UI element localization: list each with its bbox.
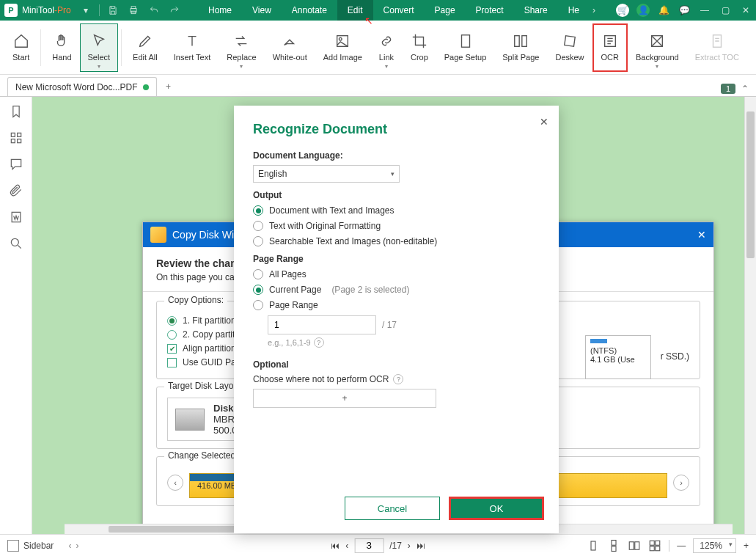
- optional-desc: Choose where not to perform OCR?: [253, 374, 540, 384]
- menu-edit[interactable]: Edit: [337, 0, 373, 21]
- output-option-searchable[interactable]: Searchable Text and Images (non-editable…: [253, 236, 540, 246]
- vertical-scrollbar[interactable]: [744, 97, 756, 534]
- copy-options-legend: Copy Options:: [164, 295, 227, 305]
- svg-rect-20: [612, 546, 616, 551]
- replace-button[interactable]: Replace▾: [219, 23, 264, 72]
- comments-icon[interactable]: [9, 157, 23, 172]
- page-total: /17: [389, 541, 402, 551]
- prev-page-icon[interactable]: ‹: [345, 541, 348, 551]
- save-icon[interactable]: [104, 1, 122, 19]
- hand-button[interactable]: Hand: [44, 23, 79, 72]
- next-page-icon[interactable]: ›: [408, 541, 411, 551]
- zoom-in-icon[interactable]: +: [744, 541, 749, 551]
- maximize-icon[interactable]: ▢: [715, 0, 735, 21]
- minimize-icon[interactable]: —: [694, 0, 715, 21]
- view-single-icon[interactable]: [587, 539, 600, 552]
- tab-dropdown-icon[interactable]: ⌃: [741, 84, 749, 94]
- view-grid-icon[interactable]: [648, 539, 661, 552]
- separator: [669, 540, 669, 552]
- svg-rect-13: [17, 133, 21, 136]
- cancel-button[interactable]: Cancel: [345, 497, 440, 520]
- menu-share[interactable]: Share: [514, 0, 558, 21]
- scroll-left-button[interactable]: ‹: [167, 475, 183, 491]
- menu-page[interactable]: Page: [425, 0, 466, 21]
- menu-more-icon[interactable]: ›: [590, 5, 598, 15]
- separator: [99, 4, 100, 16]
- range-current-page[interactable]: Current Page(Page 2 is selected): [253, 285, 540, 295]
- output-option-document[interactable]: Document with Text and Images: [253, 205, 540, 216]
- language-select[interactable]: English: [253, 165, 400, 183]
- menu-view[interactable]: View: [242, 0, 282, 21]
- menu-annotate[interactable]: Annotate: [282, 0, 337, 21]
- separator: [40, 29, 41, 66]
- cart-icon[interactable]: 🛒: [612, 0, 633, 21]
- view-facing-icon[interactable]: [628, 539, 641, 552]
- left-rail: [0, 97, 32, 534]
- close-icon[interactable]: ✕: [735, 0, 756, 21]
- deskew-button[interactable]: Deskew: [547, 23, 592, 72]
- thumbnails-icon[interactable]: [9, 131, 23, 145]
- undo-icon[interactable]: [145, 1, 163, 19]
- page-range-input[interactable]: [268, 315, 376, 334]
- range-all-pages[interactable]: All Pages: [253, 269, 540, 279]
- output-option-text[interactable]: Text with Original Formatting: [253, 221, 540, 231]
- attachments-icon[interactable]: [9, 183, 23, 198]
- target-disk-legend: Target Disk Layou: [164, 381, 242, 391]
- sidebar-toggle-icon[interactable]: [7, 540, 19, 552]
- ocr-button[interactable]: OCR: [592, 23, 628, 72]
- extract-button: Extract TOC: [687, 23, 747, 72]
- user-icon[interactable]: 👤: [633, 0, 653, 21]
- pagesetup-button[interactable]: Page Setup: [436, 23, 495, 72]
- word-icon[interactable]: [9, 210, 23, 224]
- page-number-input[interactable]: [354, 538, 383, 553]
- svg-rect-21: [630, 541, 634, 549]
- menu-convert[interactable]: Convert: [373, 0, 425, 21]
- chat-icon[interactable]: 💬: [674, 0, 694, 21]
- help-icon[interactable]: ?: [314, 337, 324, 348]
- ssd-text: r SSD.): [661, 351, 689, 362]
- zoom-out-icon[interactable]: —: [677, 541, 686, 551]
- crop-button[interactable]: Crop: [403, 23, 436, 72]
- background-button[interactable]: Background▾: [628, 23, 687, 72]
- editall-button[interactable]: Edit All: [125, 23, 166, 72]
- whiteout-button[interactable]: White-out: [265, 23, 315, 72]
- add-exclusion-button[interactable]: +: [253, 389, 436, 408]
- dropdown-icon[interactable]: ▾: [77, 1, 95, 19]
- page-navigation: ⏮ ‹ /17 › ⏭: [331, 538, 425, 553]
- new-tab-button[interactable]: +: [161, 80, 175, 93]
- svg-rect-14: [11, 139, 15, 143]
- document-tab[interactable]: New Microsoft Word Doc...PDF: [7, 77, 157, 96]
- menu-protect[interactable]: Protect: [466, 0, 514, 21]
- bookmarks-icon[interactable]: [9, 104, 23, 119]
- link-button[interactable]: Link▾: [370, 23, 403, 72]
- inserttext-button[interactable]: Insert Text: [166, 23, 219, 72]
- app-title: MiniTool-Pro: [22, 5, 71, 15]
- language-label: Document Language:: [253, 150, 540, 161]
- svg-rect-6: [515, 36, 519, 47]
- last-page-icon[interactable]: ⏭: [416, 541, 425, 551]
- wizard-close-icon[interactable]: ✕: [697, 229, 706, 241]
- search-icon[interactable]: [9, 236, 23, 251]
- splitpage-button[interactable]: Split Page: [494, 23, 547, 72]
- svg-point-17: [11, 238, 18, 246]
- prev-layout-icon[interactable]: ‹: [68, 541, 71, 551]
- menu-home[interactable]: Home: [198, 0, 242, 21]
- start-button[interactable]: Start: [4, 23, 37, 72]
- dialog-close-icon[interactable]: ✕: [540, 116, 548, 128]
- zoom-select[interactable]: 125%: [693, 538, 736, 553]
- help-icon[interactable]: ?: [393, 374, 403, 384]
- addimage-button[interactable]: Add Image: [315, 23, 370, 72]
- view-continuous-icon[interactable]: [607, 539, 620, 552]
- next-layout-icon[interactable]: ›: [76, 541, 78, 551]
- ntfs-partition-box[interactable]: (NTFS) 4.1 GB (Use: [585, 335, 651, 379]
- redo-icon[interactable]: [166, 1, 183, 19]
- print-icon[interactable]: [125, 1, 142, 19]
- ok-button[interactable]: OK: [449, 497, 544, 520]
- notification-icon[interactable]: 🔔: [653, 0, 674, 21]
- select-button[interactable]: Select▾: [80, 23, 119, 72]
- first-page-icon[interactable]: ⏮: [331, 541, 340, 551]
- tab-count-badge[interactable]: 1: [721, 84, 735, 94]
- range-custom[interactable]: Page Range: [253, 300, 540, 310]
- menu-help[interactable]: He: [558, 0, 590, 21]
- scroll-right-button[interactable]: ›: [673, 475, 689, 491]
